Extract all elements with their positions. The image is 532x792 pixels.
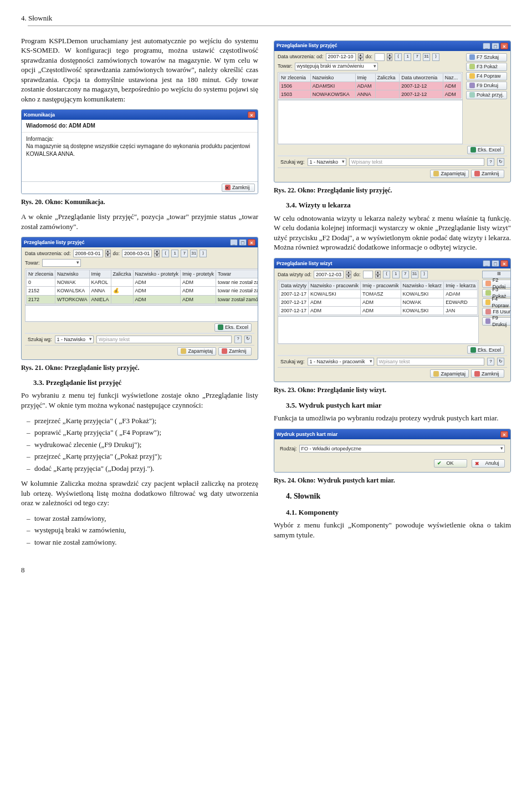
close-icon[interactable]: × xyxy=(248,239,255,246)
para-after-fig20: A w oknie „Przeglądanie listy przyjęć", … xyxy=(21,212,258,231)
ok-button[interactable]: ✔ OK xyxy=(434,459,467,468)
list-item: przejrzeć „Kartę przyjęcia" ( „F3 Pokaż"… xyxy=(27,416,258,426)
rodzaj-label: Rodzaj: xyxy=(280,445,297,452)
edit-button[interactable]: F4 Popraw xyxy=(466,72,507,80)
sec34-title: 3.4. Wizyty u lekarza xyxy=(286,200,511,210)
grid-table[interactable]: Nr zleceniaNazwiskoImięZaliczkaData utwo… xyxy=(279,73,462,99)
maximize-icon[interactable]: □ xyxy=(492,43,499,49)
fig24-caption: Rys. 24. Okno: Wydruk pustych kart miar. xyxy=(274,476,511,485)
towar-select[interactable] xyxy=(42,259,81,267)
help-icon[interactable]: ? xyxy=(234,336,242,343)
grid-table[interactable]: Data wizytyNazwisko - pracownikImię - pr… xyxy=(279,281,478,316)
refresh-icon[interactable]: ↻ xyxy=(244,336,252,343)
date-to-input[interactable] xyxy=(375,53,385,61)
edit-button[interactable]: F4 Popraw xyxy=(482,298,511,307)
date-to-input[interactable] xyxy=(363,271,373,278)
excel-button[interactable]: Eks. Excel xyxy=(467,346,504,354)
excel-button[interactable]: Eks. Excel xyxy=(214,323,252,332)
nav-31[interactable]: 31 xyxy=(411,271,418,278)
close-icon[interactable]: × xyxy=(500,431,508,438)
table-row: 1506ADAMSKIADAM2007-12-12ADM xyxy=(279,82,462,90)
nav-next[interactable]: ⟩ xyxy=(421,271,428,278)
intro-para: Program KSPLDemon uruchamiany jest autom… xyxy=(21,36,258,104)
nav-7[interactable]: 7 xyxy=(181,250,188,257)
nav-1[interactable]: 1 xyxy=(404,53,411,61)
towar-label: Towar: xyxy=(25,260,40,266)
search-input[interactable]: Wpisany tekst xyxy=(377,358,484,365)
nav-1[interactable]: 1 xyxy=(171,250,178,257)
refresh-icon[interactable]: ↻ xyxy=(497,358,504,365)
help-icon[interactable]: ? xyxy=(487,158,494,166)
save-icon xyxy=(433,371,439,377)
edit-icon xyxy=(485,299,490,305)
list-item: wydrukować zlecenie („F9 Drukuj"); xyxy=(27,440,258,450)
print-button[interactable]: F9 Drukuj xyxy=(482,317,511,326)
showp-button[interactable]: Pokaż przyj. xyxy=(466,91,507,99)
close-icon[interactable]: × xyxy=(500,43,508,49)
search-button[interactable]: F7 Szukaj xyxy=(466,53,507,62)
towar-select[interactable]: występują braki w zamówieniu xyxy=(295,63,378,70)
print-button[interactable]: F9 Drukuj xyxy=(466,82,507,90)
close-icon[interactable]: × xyxy=(248,111,255,118)
search-label: Szukaj wg: xyxy=(28,336,52,343)
minimize-icon[interactable]: _ xyxy=(230,239,238,246)
towar-label: Towar: xyxy=(278,63,293,69)
left-column: Program KSPLDemon uruchamiany jest autom… xyxy=(21,36,258,553)
remember-button[interactable]: Zapamiętaj xyxy=(177,347,216,356)
nav-next[interactable]: ⟩ xyxy=(432,53,439,61)
date-to-label: do: xyxy=(113,250,120,257)
remember-button[interactable]: Zapamiętaj xyxy=(430,369,469,378)
minimize-icon[interactable]: _ xyxy=(483,43,490,49)
date-to-input[interactable]: 2008-03-01 xyxy=(122,250,152,257)
table-row: 0NOWAKKAROLADMADMtowar nie został zamówi… xyxy=(27,278,259,287)
date-to-label: do: xyxy=(366,53,373,60)
date-from-input[interactable]: 2007-12-10 xyxy=(326,53,356,61)
help-icon[interactable]: ? xyxy=(487,358,494,365)
minimize-icon[interactable]: _ xyxy=(483,260,490,267)
excel-icon xyxy=(218,324,223,330)
search-input[interactable]: Wpisany tekst xyxy=(349,158,484,166)
excel-icon xyxy=(470,147,476,153)
nav-7[interactable]: 7 xyxy=(413,53,421,61)
close-button[interactable]: ✕Zamknij xyxy=(222,184,255,192)
show-button[interactable]: F3 Pokaż xyxy=(466,63,507,71)
rodzaj-select[interactable]: FO - Wkładki ortopedyczne xyxy=(299,445,505,453)
close-button[interactable]: Zamknij xyxy=(218,347,252,356)
fig20-caption: Rys. 20. Okno: Komunikacja. xyxy=(21,197,258,206)
close-button[interactable]: Zamknij xyxy=(471,170,504,178)
close-icon: ✕ xyxy=(225,185,231,190)
sec33-para1: Po wybraniu z menu tej funkcji wyświetlo… xyxy=(21,390,258,410)
nav-31[interactable]: 31 xyxy=(423,53,430,61)
search-input[interactable]: Wpisany tekst xyxy=(96,336,232,343)
refresh-icon[interactable]: ↻ xyxy=(497,158,504,166)
excel-button[interactable]: Eks. Excel xyxy=(467,146,504,154)
date-from-input[interactable]: 2007-12-03 xyxy=(314,271,344,278)
nav-31[interactable]: 31 xyxy=(190,250,197,257)
nav-next[interactable]: ⟩ xyxy=(200,250,207,257)
date-from-input[interactable]: 2008-03-01 xyxy=(73,250,103,257)
grid-table[interactable]: Nr zleceniaNazwiskoImię ZaliczkaNazwisko… xyxy=(26,270,258,304)
nav-prev[interactable]: ⟨ xyxy=(383,271,390,278)
date-from-label: Data utworzenia: od: xyxy=(278,53,324,60)
window-title: Przeglądanie listy przyjęć xyxy=(24,239,85,246)
list-item: dodać „Kartę przyjęcia" („Dodaj przyj.")… xyxy=(27,464,258,474)
maximize-icon[interactable]: □ xyxy=(492,260,499,267)
cancel-button[interactable]: ✖ Anuluj xyxy=(472,459,505,468)
msg-info-label: Informacja: xyxy=(26,135,253,143)
nav-7[interactable]: 7 xyxy=(402,271,409,278)
nav-prev[interactable]: ⟨ xyxy=(395,53,402,61)
search-mode-select[interactable]: 1 - Nazwisko xyxy=(308,158,347,166)
fig21-caption: Rys. 21. Okno: Przeglądanie listy przyję… xyxy=(21,363,258,372)
save-icon xyxy=(433,171,439,176)
remember-button[interactable]: Zapamiętaj xyxy=(430,170,469,178)
close-button[interactable]: Zamknij xyxy=(471,369,504,378)
search-mode-select[interactable]: 1 - Nazwisko xyxy=(55,336,94,343)
maximize-icon[interactable]: □ xyxy=(239,239,247,246)
cancel-icon: ✖ xyxy=(475,460,480,466)
close-icon[interactable]: × xyxy=(500,260,508,267)
nav-1[interactable]: 1 xyxy=(392,271,400,278)
table-row: 2152KOWALSKAANNA💰ADMADMtowar nie został … xyxy=(27,287,259,295)
show-icon xyxy=(469,64,475,69)
search-mode-select[interactable]: 1 - Nazwisko - pracownik xyxy=(308,358,374,365)
nav-prev[interactable]: ⟨ xyxy=(162,250,169,257)
